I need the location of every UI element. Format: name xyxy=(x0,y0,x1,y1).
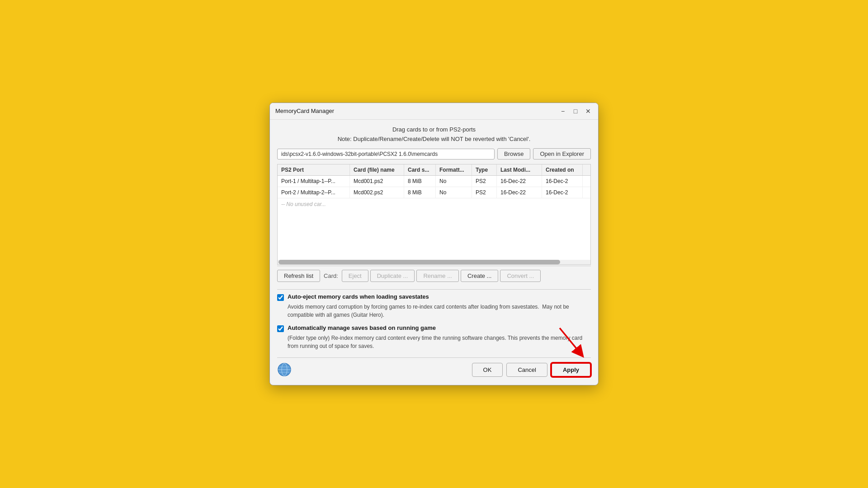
unused-cards-label: -- No unused car... xyxy=(278,198,590,210)
cell-size1: 8 MiB xyxy=(404,176,436,187)
cell-created1: 16-Dec-2 xyxy=(542,176,583,187)
col-created: Created on xyxy=(542,164,583,175)
title-bar: MemoryCard Manager − □ ✕ xyxy=(270,103,598,120)
cell-port2: Port-2 / Multitap-2--P... xyxy=(278,187,350,198)
auto-eject-checkbox[interactable] xyxy=(277,294,284,301)
footer: OK Cancel Apply xyxy=(277,357,591,380)
drag-info-line2: Note: Duplicate/Rename/Create/Delete wil… xyxy=(277,135,591,144)
window-content: Drag cards to or from PS2-ports Note: Du… xyxy=(270,120,598,385)
cancel-button[interactable]: Cancel xyxy=(506,363,547,377)
card-label: Card: xyxy=(322,270,340,282)
globe-icon xyxy=(277,362,292,377)
auto-eject-desc: Avoids memory card corruption by forcing… xyxy=(288,303,591,319)
path-row: Browse Open in Explorer xyxy=(277,148,591,160)
table-row[interactable]: Port-1 / Multitap-1--P... Mcd001.ps2 8 M… xyxy=(278,176,590,187)
memory-card-table: PS2 Port Card (file) name Card s... Form… xyxy=(277,164,591,265)
cell-type1: PS2 xyxy=(472,176,497,187)
refresh-list-button[interactable]: Refresh list xyxy=(277,270,320,282)
cell-size2: 8 MiB xyxy=(404,187,436,198)
divider xyxy=(277,289,591,290)
drag-info: Drag cards to or from PS2-ports Note: Du… xyxy=(277,125,591,144)
col-type: Type xyxy=(472,164,497,175)
cell-mod2: 16-Dec-22 xyxy=(497,187,542,198)
minimize-button[interactable]: − xyxy=(558,107,567,116)
convert-button[interactable]: Convert ... xyxy=(500,270,541,282)
horizontal-scrollbar[interactable] xyxy=(278,260,590,264)
cell-type2: PS2 xyxy=(472,187,497,198)
open-explorer-button[interactable]: Open in Explorer xyxy=(533,148,591,160)
auto-manage-row: Automatically manage saves based on runn… xyxy=(277,324,591,332)
table-header: PS2 Port Card (file) name Card s... Form… xyxy=(278,164,590,176)
maximize-button[interactable]: □ xyxy=(571,107,580,116)
cell-port1: Port-1 / Multitap-1--P... xyxy=(278,176,350,187)
auto-eject-row: Auto-eject memory cards when loading sav… xyxy=(277,293,591,301)
cell-fmt1: No xyxy=(436,176,472,187)
col-ps2port: PS2 Port xyxy=(278,164,350,175)
cell-fmt2: No xyxy=(436,187,472,198)
toolbar: Refresh list Card: Eject Duplicate ... R… xyxy=(277,266,591,286)
ok-button[interactable]: OK xyxy=(472,363,503,377)
col-cardsize: Card s... xyxy=(404,164,436,175)
drag-info-line1: Drag cards to or from PS2-ports xyxy=(277,125,591,135)
table-scroll-area xyxy=(278,210,590,264)
browse-button[interactable]: Browse xyxy=(497,148,530,160)
path-input[interactable] xyxy=(277,149,495,160)
cell-created2: 16-Dec-2 xyxy=(542,187,583,198)
cell-mod1: 16-Dec-22 xyxy=(497,176,542,187)
col-filename: Card (file) name xyxy=(350,164,404,175)
checkbox-section: Auto-eject memory cards when loading sav… xyxy=(277,293,591,350)
window-controls: − □ ✕ xyxy=(558,107,593,116)
create-button[interactable]: Create ... xyxy=(461,270,498,282)
close-button[interactable]: ✕ xyxy=(584,107,593,116)
auto-manage-desc: (Folder type only) Re-index memory card … xyxy=(288,334,591,350)
eject-button[interactable]: Eject xyxy=(342,270,368,282)
rename-button[interactable]: Rename ... xyxy=(416,270,459,282)
col-formatted: Formatt... xyxy=(436,164,472,175)
auto-manage-checkbox[interactable] xyxy=(277,325,284,332)
apply-button[interactable]: Apply xyxy=(551,363,591,377)
footer-icon xyxy=(277,362,292,377)
auto-eject-label: Auto-eject memory cards when loading sav… xyxy=(288,293,429,300)
cell-file1: Mcd001.ps2 xyxy=(350,176,404,187)
auto-manage-label: Automatically manage saves based on runn… xyxy=(288,324,436,331)
table-row[interactable]: Port-2 / Multitap-2--P... Mcd002.ps2 8 M… xyxy=(278,187,590,198)
scrollbar-thumb[interactable] xyxy=(278,260,560,264)
footer-left xyxy=(277,362,292,377)
memory-card-manager-window: MemoryCard Manager − □ ✕ Drag cards to o… xyxy=(269,103,599,386)
cell-file2: Mcd002.ps2 xyxy=(350,187,404,198)
duplicate-button[interactable]: Duplicate ... xyxy=(370,270,415,282)
window-title: MemoryCard Manager xyxy=(275,108,334,114)
footer-buttons: OK Cancel Apply xyxy=(472,363,591,377)
col-lastmod: Last Modi... xyxy=(497,164,542,175)
